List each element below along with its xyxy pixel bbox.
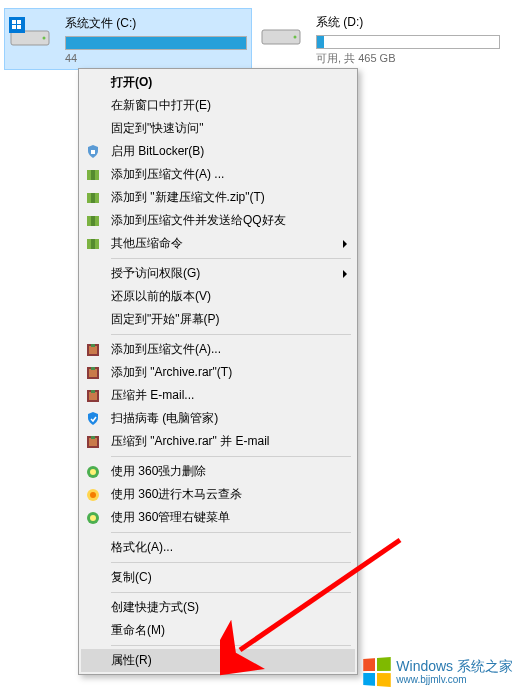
menu-open[interactable]: 打开(O) bbox=[81, 71, 355, 94]
watermark-title: Windows 系统之家 bbox=[396, 659, 513, 674]
menu-winrar-email[interactable]: 压缩并 E-mail... bbox=[81, 384, 355, 407]
drives-container: 系统文件 (C:) 44 系统 (D:) 可用, 共 465 GB bbox=[0, 0, 521, 78]
drive-d-label: 系统 (D:) bbox=[316, 14, 500, 31]
360-icon bbox=[85, 510, 101, 526]
svg-point-33 bbox=[90, 492, 96, 498]
menu-other-compress[interactable]: 其他压缩命令 bbox=[81, 232, 355, 255]
svg-rect-3 bbox=[12, 20, 16, 24]
drive-c[interactable]: 系统文件 (C:) 44 bbox=[4, 8, 252, 70]
svg-rect-11 bbox=[91, 170, 95, 180]
separator bbox=[111, 592, 351, 593]
blank-icon bbox=[85, 540, 101, 556]
svg-rect-28 bbox=[89, 438, 97, 446]
menu-properties[interactable]: 属性(R) bbox=[81, 649, 355, 672]
svg-rect-20 bbox=[91, 344, 95, 347]
blank-icon bbox=[85, 600, 101, 616]
drive-d-progress bbox=[316, 35, 500, 49]
winrar-icon bbox=[85, 342, 101, 358]
svg-point-1 bbox=[43, 37, 46, 40]
menu-copy[interactable]: 复制(C) bbox=[81, 566, 355, 589]
separator bbox=[111, 258, 351, 259]
svg-point-8 bbox=[294, 36, 297, 39]
menu-format[interactable]: 格式化(A)... bbox=[81, 536, 355, 559]
drive-c-space: 44 bbox=[65, 52, 247, 64]
svg-rect-4 bbox=[17, 20, 21, 24]
drive-c-info: 系统文件 (C:) 44 bbox=[65, 13, 247, 64]
submenu-arrow-icon bbox=[343, 270, 347, 278]
context-menu: 打开(O) 在新窗口中打开(E) 固定到"快速访问" 启用 BitLocker(… bbox=[78, 68, 358, 675]
menu-360-force-delete[interactable]: 使用 360强力删除 bbox=[81, 460, 355, 483]
svg-rect-9 bbox=[91, 150, 95, 154]
drive-c-progress bbox=[65, 36, 247, 50]
menu-open-new-window[interactable]: 在新窗口中打开(E) bbox=[81, 94, 355, 117]
menu-pin-quick-access[interactable]: 固定到"快速访问" bbox=[81, 117, 355, 140]
winrar-icon bbox=[85, 388, 101, 404]
drive-c-label: 系统文件 (C:) bbox=[65, 15, 247, 32]
svg-rect-6 bbox=[17, 25, 21, 29]
winrar-icon bbox=[85, 434, 101, 450]
shield-lock-icon bbox=[85, 144, 101, 160]
drive-d-info: 系统 (D:) 可用, 共 465 GB bbox=[316, 12, 500, 66]
menu-winrar-add-archive[interactable]: 添加到 "Archive.rar"(T) bbox=[81, 361, 355, 384]
360-icon bbox=[85, 464, 101, 480]
svg-rect-23 bbox=[91, 367, 95, 370]
blank-icon bbox=[85, 266, 101, 282]
menu-360-rightclick[interactable]: 使用 360管理右键菜单 bbox=[81, 506, 355, 529]
windows-logo-icon bbox=[364, 657, 392, 687]
winrar-icon bbox=[85, 365, 101, 381]
blank-icon bbox=[85, 289, 101, 305]
archive-icon bbox=[85, 167, 101, 183]
svg-rect-17 bbox=[91, 239, 95, 249]
blank-icon bbox=[85, 75, 101, 91]
svg-point-31 bbox=[90, 469, 96, 475]
menu-restore-previous[interactable]: 还原以前的版本(V) bbox=[81, 285, 355, 308]
svg-rect-5 bbox=[12, 25, 16, 29]
svg-rect-13 bbox=[91, 193, 95, 203]
menu-add-archive-qq[interactable]: 添加到压缩文件并发送给QQ好友 bbox=[81, 209, 355, 232]
menu-bitlocker[interactable]: 启用 BitLocker(B) bbox=[81, 140, 355, 163]
blank-icon bbox=[85, 312, 101, 328]
svg-rect-26 bbox=[91, 390, 95, 393]
archive-icon bbox=[85, 213, 101, 229]
separator bbox=[111, 645, 351, 646]
menu-rename[interactable]: 重命名(M) bbox=[81, 619, 355, 642]
drive-d-space: 可用, 共 465 GB bbox=[316, 51, 500, 66]
blank-icon bbox=[85, 121, 101, 137]
svg-point-35 bbox=[90, 515, 96, 521]
menu-create-shortcut[interactable]: 创建快捷方式(S) bbox=[81, 596, 355, 619]
separator bbox=[111, 562, 351, 563]
watermark: Windows 系统之家 www.bjjmlv.com bbox=[362, 658, 513, 686]
blank-icon bbox=[85, 98, 101, 114]
shield-icon bbox=[85, 411, 101, 427]
blank-icon bbox=[85, 570, 101, 586]
menu-add-archive-a[interactable]: 添加到压缩文件(A) ... bbox=[81, 163, 355, 186]
separator bbox=[111, 334, 351, 335]
360-yellow-icon bbox=[85, 487, 101, 503]
menu-add-archive-new[interactable]: 添加到 "新建压缩文件.zip"(T) bbox=[81, 186, 355, 209]
drive-c-icon bbox=[9, 13, 57, 49]
svg-rect-19 bbox=[89, 346, 97, 354]
menu-scan-virus[interactable]: 扫描病毒 (电脑管家) bbox=[81, 407, 355, 430]
menu-grant-access[interactable]: 授予访问权限(G) bbox=[81, 262, 355, 285]
menu-360-trojan[interactable]: 使用 360进行木马云查杀 bbox=[81, 483, 355, 506]
archive-icon bbox=[85, 236, 101, 252]
menu-winrar-add-a[interactable]: 添加到压缩文件(A)... bbox=[81, 338, 355, 361]
menu-pin-start[interactable]: 固定到"开始"屏幕(P) bbox=[81, 308, 355, 331]
svg-rect-15 bbox=[91, 216, 95, 226]
menu-winrar-archive-email[interactable]: 压缩到 "Archive.rar" 并 E-mail bbox=[81, 430, 355, 453]
separator bbox=[111, 532, 351, 533]
blank-icon bbox=[85, 623, 101, 639]
watermark-url: www.bjjmlv.com bbox=[396, 674, 513, 685]
drive-d-icon bbox=[260, 12, 308, 48]
separator bbox=[111, 456, 351, 457]
svg-rect-22 bbox=[89, 369, 97, 377]
submenu-arrow-icon bbox=[343, 240, 347, 248]
blank-icon bbox=[85, 653, 101, 669]
archive-icon bbox=[85, 190, 101, 206]
svg-rect-25 bbox=[89, 392, 97, 400]
svg-rect-29 bbox=[91, 436, 95, 439]
drive-d[interactable]: 系统 (D:) 可用, 共 465 GB bbox=[256, 8, 504, 70]
